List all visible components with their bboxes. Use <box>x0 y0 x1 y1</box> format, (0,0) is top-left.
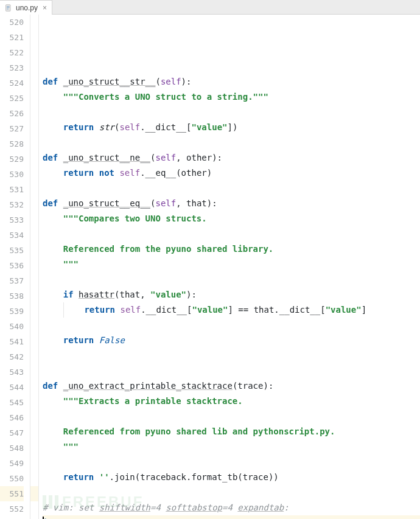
code-line[interactable] <box>43 409 420 424</box>
line-number: 539 <box>0 304 24 319</box>
code-line[interactable] <box>43 44 420 59</box>
line-number: 533 <box>0 212 24 228</box>
line-number: 526 <box>0 106 24 121</box>
svg-rect-2 <box>7 7 10 8</box>
code-line[interactable] <box>43 455 420 470</box>
code-line[interactable]: return False <box>43 333 420 348</box>
code-line[interactable]: """Extracts a printable stacktrace. <box>43 394 420 409</box>
line-number: 546 <box>0 410 24 425</box>
code-line[interactable]: """Compares two UNO structs. <box>43 211 420 226</box>
svg-rect-3 <box>7 9 9 9</box>
code-line[interactable]: def _uno_struct__str__(self): <box>43 74 420 89</box>
line-number: 547 <box>0 425 24 441</box>
code-line[interactable]: def _uno_struct__eq__(self, that): <box>43 196 420 211</box>
tab-filename: uno.py <box>16 4 38 12</box>
line-number: 538 <box>0 288 24 304</box>
line-number: 551 <box>0 486 24 501</box>
line-number: 545 <box>0 395 24 410</box>
code-line[interactable]: import os <box>43 515 420 519</box>
code-line[interactable]: """ <box>43 439 420 455</box>
code-line[interactable]: return self.__dict__["value"] == that.__… <box>43 302 420 318</box>
line-number: 536 <box>0 258 24 273</box>
line-number: 522 <box>0 45 24 60</box>
code-line[interactable]: """ <box>43 257 420 272</box>
line-number: 530 <box>0 167 24 182</box>
code-line[interactable] <box>43 226 420 242</box>
code-line[interactable] <box>43 135 420 150</box>
line-number: 535 <box>0 243 24 258</box>
line-number-gutter: 5205215225235245255265275285295305315325… <box>0 15 30 519</box>
code-line[interactable] <box>43 485 420 500</box>
line-number: 540 <box>0 319 24 334</box>
line-number: 531 <box>0 182 24 197</box>
line-number: 534 <box>0 228 24 243</box>
file-tab-uno[interactable]: uno.py × <box>0 0 52 15</box>
code-line[interactable]: # vim: set shiftwidth=4 softtabstop=4 ex… <box>43 500 420 515</box>
line-number: 528 <box>0 136 24 152</box>
code-editor[interactable]: 5205215225235245255265275285295305315325… <box>0 15 420 519</box>
code-line[interactable] <box>43 348 420 363</box>
line-number: 541 <box>0 334 24 349</box>
code-line[interactable]: return ''.join(traceback.format_tb(trace… <box>43 470 420 485</box>
code-line[interactable]: def _uno_struct__ne__(self, other): <box>43 150 420 165</box>
line-number: 543 <box>0 364 24 380</box>
line-number: 550 <box>0 471 24 486</box>
code-area[interactable]: FREEBUF def _uno_struct__str__(self): ""… <box>39 15 420 519</box>
line-number: 552 <box>0 501 24 517</box>
python-file-icon <box>5 4 12 12</box>
line-number: 527 <box>0 121 24 136</box>
fold-gutter <box>30 15 39 519</box>
code-line[interactable]: return not self.__eq__(other) <box>43 165 420 181</box>
line-number: 525 <box>0 91 24 106</box>
code-line[interactable]: if hasattr(that, "value"): <box>43 287 420 302</box>
line-number: 524 <box>0 75 24 91</box>
code-line[interactable] <box>43 59 420 74</box>
line-number: 544 <box>0 380 24 395</box>
line-number: 529 <box>0 152 24 167</box>
line-number: 548 <box>0 441 24 456</box>
code-line[interactable] <box>43 105 420 120</box>
code-line[interactable]: return str(self.__dict__["value"]) <box>43 120 420 135</box>
tab-bar: uno.py × <box>0 0 420 15</box>
svg-rect-1 <box>7 6 10 7</box>
line-number: 532 <box>0 197 24 212</box>
line-number: 537 <box>0 273 24 288</box>
line-number: 549 <box>0 456 24 471</box>
code-line[interactable] <box>43 318 420 333</box>
line-number: 523 <box>0 60 24 75</box>
line-number: 521 <box>0 30 24 45</box>
code-line[interactable]: Referenced from the pyuno shared library… <box>43 242 420 257</box>
code-line[interactable] <box>43 272 420 287</box>
code-line[interactable] <box>43 363 420 378</box>
code-line[interactable] <box>43 181 420 196</box>
code-line[interactable]: """Converts a UNO struct to a string.""" <box>43 89 420 105</box>
line-number: 520 <box>0 15 24 30</box>
close-tab-icon[interactable]: × <box>43 4 47 12</box>
line-number: 542 <box>0 349 24 364</box>
code-line[interactable]: Referenced from pyuno shared lib and pyt… <box>43 424 420 439</box>
code-line[interactable]: def _uno_extract_printable_stacktrace(tr… <box>43 378 420 394</box>
